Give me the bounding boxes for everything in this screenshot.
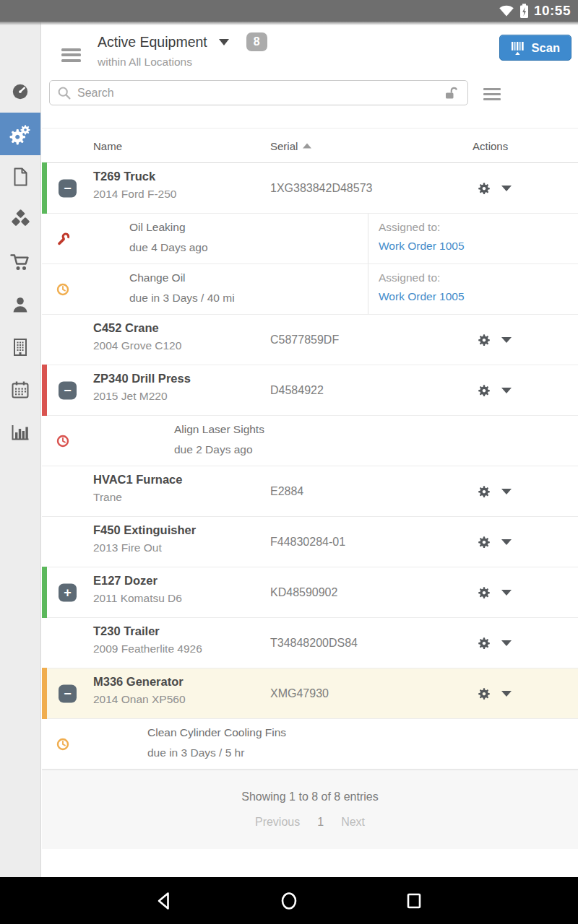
row-actions-caret-icon[interactable]	[501, 590, 512, 596]
row-actions-caret-icon[interactable]	[501, 388, 512, 393]
row-actions-caret-icon[interactable]	[501, 691, 512, 697]
row-actions-caret-icon[interactable]	[501, 186, 512, 191]
service-reminder-row: Change Oildue in 3 Days / 40 mi Assigned…	[42, 264, 578, 315]
equipment-name: ZP340 Drill Press	[93, 372, 191, 385]
row-settings-gear-icon[interactable]	[478, 637, 491, 650]
equipment-row[interactable]: HVAC1 FurnaceTraneE2884	[42, 466, 578, 517]
page-title[interactable]: Active Equipment	[98, 34, 207, 51]
equipment-count-badge: 8	[246, 32, 267, 51]
cart-icon	[10, 253, 30, 271]
menu-button[interactable]	[61, 45, 81, 64]
row-settings-gear-icon[interactable]	[478, 384, 491, 397]
sidebar-item-purchase-orders[interactable]	[0, 240, 40, 283]
equipment-serial: C5877859DF	[270, 334, 339, 346]
equipment-serial: XMG47930	[270, 687, 329, 700]
table-body: −T269 Truck2014 Ford F-2501XG383842D4857…	[42, 163, 578, 770]
sidebar-item-dashboard[interactable]	[0, 70, 40, 113]
equipment-row[interactable]: −M336 Generator2014 Onan XP560XMG47930	[42, 668, 578, 719]
sidebar-item-files[interactable]	[0, 155, 40, 198]
equipment-row[interactable]: C452 Crane2004 Grove C120C5877859DF	[42, 315, 578, 365]
row-actions	[478, 384, 512, 397]
equipment-row[interactable]: F450 Extinguisher2013 Fire OutF44830284-…	[42, 517, 578, 567]
reminder-title: Oil Leaking	[129, 221, 186, 234]
assigned-to-cell: Assigned to: Work Order 1005	[368, 264, 465, 314]
column-header-serial[interactable]: Serial	[270, 139, 311, 152]
sidebar-item-equipment[interactable]	[0, 113, 40, 155]
scan-button[interactable]: Scan	[499, 35, 571, 61]
row-actions-caret-icon[interactable]	[501, 489, 512, 494]
equipment-detail: 2011 Komatsu D6	[93, 592, 182, 605]
row-actions-caret-icon[interactable]	[501, 640, 512, 646]
equipment-row[interactable]: +E127 Dozer2011 Komatsu D6KD48590902	[42, 567, 578, 618]
equipment-serial: F44830284-01	[270, 536, 345, 549]
back-button[interactable]	[153, 890, 175, 912]
row-actions	[478, 334, 512, 346]
sidebar-item-vendors[interactable]	[0, 326, 40, 368]
sidebar-item-contacts[interactable]	[0, 283, 40, 326]
pagination-next[interactable]: Next	[341, 816, 365, 829]
android-nav-bar	[0, 877, 578, 924]
equipment-name: C452 Crane	[93, 321, 159, 335]
unlock-icon[interactable]	[444, 86, 460, 100]
person-icon	[11, 295, 30, 314]
list-options-button[interactable]	[483, 85, 501, 103]
panel-header: Active Equipment 8 within All Locations …	[42, 22, 578, 72]
equipment-name: T269 Truck	[93, 170, 155, 183]
sort-asc-icon	[303, 143, 311, 148]
search-row	[42, 72, 578, 128]
status-color-bar	[42, 162, 47, 214]
sidebar-item-reports[interactable]	[0, 411, 40, 453]
reminder-due: due 2 Days ago	[174, 443, 253, 456]
home-button[interactable]	[278, 890, 300, 912]
search-box	[49, 80, 468, 105]
pagination-previous[interactable]: Previous	[255, 816, 300, 829]
search-input[interactable]	[76, 86, 444, 100]
bar-chart-icon	[11, 424, 30, 441]
equipment-list-panel: Active Equipment 8 within All Locations …	[42, 22, 578, 877]
row-actions	[478, 637, 512, 650]
expander-plus-button[interactable]: +	[59, 583, 77, 601]
row-settings-gear-icon[interactable]	[478, 485, 491, 498]
row-actions-caret-icon[interactable]	[501, 337, 512, 343]
sidebar-item-calendar[interactable]	[0, 368, 40, 411]
equipment-name: HVAC1 Furnace	[93, 473, 182, 487]
pagination: Previous 1 Next	[42, 816, 578, 829]
table-header: Name Serial Actions	[42, 128, 578, 163]
equipment-detail: 2014 Ford F-250	[93, 188, 176, 201]
column-header-actions: Actions	[473, 139, 508, 152]
row-settings-gear-icon[interactable]	[478, 334, 491, 346]
equipment-row[interactable]: T230 Trailer2009 Featherlite 4926T348482…	[42, 618, 578, 668]
scan-button-label: Scan	[532, 41, 560, 55]
title-dropdown-caret-icon[interactable]	[219, 39, 229, 45]
expander-minus-button[interactable]: −	[59, 179, 77, 197]
row-settings-gear-icon[interactable]	[478, 687, 491, 700]
work-order-link[interactable]: Work Order 1005	[379, 240, 465, 252]
cubes-icon	[10, 209, 31, 229]
column-header-name[interactable]: Name	[93, 139, 122, 152]
equipment-row[interactable]: −ZP340 Drill Press2015 Jet M220D4584922	[42, 365, 578, 416]
row-actions	[478, 536, 512, 549]
reminder-due: due in 3 Days / 40 mi	[129, 292, 235, 305]
equipment-detail: 2015 Jet M220	[93, 390, 168, 403]
reminder-title: Change Oil	[129, 271, 186, 284]
expander-minus-button[interactable]: −	[59, 684, 77, 702]
work-order-link[interactable]: Work Order 1005	[379, 290, 465, 302]
minus-icon: −	[64, 384, 72, 397]
row-settings-gear-icon[interactable]	[478, 536, 491, 549]
equipment-name: M336 Generator	[93, 675, 184, 689]
title-block: Active Equipment 8 within All Locations	[98, 32, 267, 69]
row-settings-gear-icon[interactable]	[478, 182, 491, 195]
search-icon	[57, 86, 72, 100]
equipment-row[interactable]: −T269 Truck2014 Ford F-2501XG383842D4857…	[42, 163, 578, 214]
row-actions-caret-icon[interactable]	[501, 539, 512, 545]
sidebar	[0, 22, 41, 877]
recents-button[interactable]	[403, 890, 425, 912]
reminder-title: Clean Cylinder Cooling Fins	[147, 726, 286, 739]
sidebar-item-parts[interactable]	[0, 198, 40, 240]
location-scope-label[interactable]: within All Locations	[98, 56, 267, 69]
pagination-page-1[interactable]: 1	[317, 816, 324, 829]
gears-icon	[9, 123, 32, 145]
row-settings-gear-icon[interactable]	[478, 586, 491, 599]
document-icon	[12, 167, 29, 186]
expander-minus-button[interactable]: −	[59, 381, 77, 399]
